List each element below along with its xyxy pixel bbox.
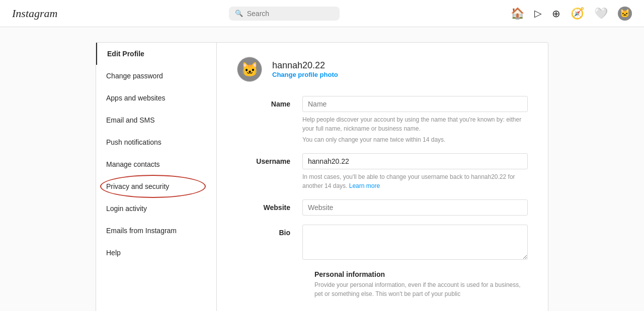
sidebar-label-apps-and-websites: Apps and websites [106, 94, 166, 102]
bio-row: Bio [237, 225, 528, 261]
sidebar-label-push-notifications: Push notifications [106, 138, 162, 146]
bio-input[interactable] [302, 225, 528, 260]
sidebar-label-help: Help [106, 249, 121, 257]
send-icon[interactable]: ▷ [534, 8, 542, 19]
settings-panel: Edit Profile Change password Apps and we… [96, 42, 548, 311]
edit-profile-content: 🐱 hannah20.22 Change profile photo Name … [217, 43, 548, 311]
change-profile-photo-link[interactable]: Change profile photo [272, 71, 338, 78]
bio-label: Bio [237, 225, 302, 237]
name-field-wrap: Help people discover your account by usi… [302, 96, 528, 144]
search-input[interactable] [247, 10, 334, 18]
username-field-wrap: In most cases, you'll be able to change … [302, 153, 528, 190]
sidebar-item-push-notifications[interactable]: Push notifications [96, 131, 216, 153]
username-hint-text: In most cases, you'll be able to change … [302, 173, 515, 189]
bio-field-wrap [302, 225, 528, 261]
sidebar-label-email-and-sms: Email and SMS [106, 116, 154, 124]
sidebar-label-manage-contacts: Manage contacts [106, 160, 160, 168]
website-input[interactable] [302, 199, 528, 216]
sidebar-label-privacy-and-security: Privacy and security [106, 182, 169, 190]
sidebar-item-manage-contacts[interactable]: Manage contacts [96, 153, 216, 175]
name-input[interactable] [302, 96, 528, 112]
username-label: Username [237, 153, 302, 165]
sidebar-item-email-and-sms[interactable]: Email and SMS [96, 109, 216, 131]
heart-icon[interactable]: 🤍 [594, 7, 608, 20]
name-hint1: Help people discover your account by usi… [302, 115, 528, 133]
compass-icon[interactable]: 🧭 [571, 7, 584, 20]
profile-username: hannah20.22 [272, 60, 338, 71]
profile-header: 🐱 hannah20.22 Change profile photo [237, 57, 528, 82]
sidebar-item-login-activity[interactable]: Login activity [96, 197, 216, 220]
sidebar-item-privacy-and-security[interactable]: Privacy and security [96, 175, 216, 197]
sidebar-item-help[interactable]: Help [96, 242, 216, 264]
personal-info-section: Personal information Provide your person… [314, 270, 528, 298]
website-row: Website [237, 199, 528, 216]
name-hint2: You can only change your name twice with… [302, 135, 528, 144]
learn-more-link[interactable]: Learn more [349, 182, 380, 189]
username-row: Username In most cases, you'll be able t… [237, 153, 528, 190]
profile-avatar[interactable]: 🐱 [237, 57, 262, 82]
sidebar-label-change-password: Change password [106, 72, 163, 80]
add-icon[interactable]: ⊕ [552, 8, 560, 20]
username-input[interactable] [302, 153, 528, 169]
sidebar-item-emails-from-instagram[interactable]: Emails from Instagram [96, 220, 216, 242]
profile-avatar-icon[interactable]: 🐱 [618, 7, 632, 21]
personal-info-title: Personal information [314, 270, 528, 278]
sidebar-item-apps-and-websites[interactable]: Apps and websites [96, 87, 216, 109]
username-hint: In most cases, you'll be able to change … [302, 172, 528, 190]
header: Instagram 🔍 🏠 ▷ ⊕ 🧭 🤍 🐱 [0, 0, 644, 27]
instagram-logo: Instagram [12, 7, 57, 20]
sidebar-item-edit-profile[interactable]: Edit Profile [96, 43, 216, 65]
search-bar[interactable]: 🔍 [229, 7, 340, 21]
header-nav-icons: 🏠 ▷ ⊕ 🧭 🤍 🐱 [511, 7, 632, 21]
name-label: Name [237, 96, 302, 108]
home-icon[interactable]: 🏠 [511, 7, 524, 20]
search-icon: 🔍 [235, 10, 243, 17]
website-label: Website [237, 199, 302, 212]
settings-sidebar: Edit Profile Change password Apps and we… [96, 43, 217, 311]
sidebar-label-edit-profile: Edit Profile [107, 50, 144, 58]
main-container: Edit Profile Change password Apps and we… [0, 27, 644, 311]
personal-info-desc: Provide your personal information, even … [314, 280, 528, 298]
sidebar-label-login-activity: Login activity [106, 204, 147, 213]
sidebar-item-change-password[interactable]: Change password [96, 65, 216, 87]
profile-info: hannah20.22 Change profile photo [272, 60, 338, 78]
sidebar-label-emails-from-instagram: Emails from Instagram [106, 227, 177, 235]
name-row: Name Help people discover your account b… [237, 96, 528, 144]
website-field-wrap [302, 199, 528, 216]
